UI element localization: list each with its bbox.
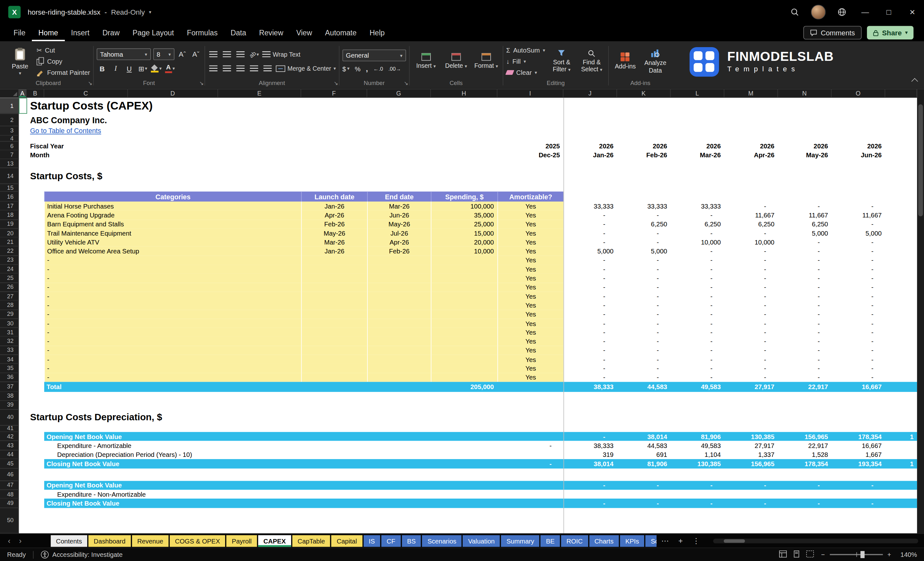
item-month-value[interactable]: - xyxy=(832,247,885,256)
accounting-format-button[interactable]: $▾ xyxy=(342,65,349,72)
dep-month-value[interactable]: 691 xyxy=(617,450,670,459)
column-header-f[interactable]: F xyxy=(301,89,367,98)
item-month-value[interactable]: 11,667 xyxy=(778,210,831,219)
item-category[interactable]: - xyxy=(44,265,301,273)
item-month-value[interactable]: - xyxy=(670,292,724,300)
item-month-value[interactable]: - xyxy=(617,265,670,273)
dep-month-value[interactable]: - xyxy=(564,481,617,490)
item-month-value[interactable]: - xyxy=(670,265,724,273)
zoom-slider[interactable] xyxy=(830,554,883,555)
item-month-value[interactable]: - xyxy=(564,237,617,246)
sheet-tab-be[interactable]: BE xyxy=(541,535,560,547)
close-button[interactable]: × xyxy=(900,0,924,24)
row-header-15[interactable]: 15 xyxy=(0,184,19,192)
item-category[interactable]: - xyxy=(44,274,301,283)
item-category[interactable]: - xyxy=(44,283,301,292)
borders-button[interactable]: ⊞▾ xyxy=(137,63,148,74)
item-month-value[interactable]: - xyxy=(832,373,885,382)
item-month-value[interactable]: 6,250 xyxy=(617,220,670,229)
total-month-value[interactable]: 16,667 xyxy=(832,382,885,392)
item-amortizable[interactable]: Yes xyxy=(497,355,563,364)
dep-month-value[interactable]: 22,917 xyxy=(778,441,831,450)
dep-row-label[interactable]: Expenditure - Amortizable xyxy=(57,441,301,450)
item-launch-date[interactable] xyxy=(301,328,367,336)
item-launch-date[interactable] xyxy=(301,283,367,292)
item-month-value[interactable]: - xyxy=(778,310,831,319)
dep-partial-value[interactable]: 1 xyxy=(910,459,917,468)
item-month-value[interactable]: - xyxy=(832,283,885,292)
item-month-value[interactable]: 5,000 xyxy=(617,247,670,256)
dep-month-value[interactable]: 16,667 xyxy=(832,441,885,450)
item-month-value[interactable]: - xyxy=(724,201,778,210)
row-header-32[interactable]: 32 xyxy=(0,337,19,346)
item-month-value[interactable]: - xyxy=(832,337,885,346)
normal-view-button[interactable] xyxy=(779,550,787,559)
dep-month-value[interactable]: - xyxy=(670,481,724,490)
row-header-14[interactable]: 14 xyxy=(0,168,19,184)
item-spending[interactable] xyxy=(431,265,497,273)
tab-overflow-button[interactable]: ⋯ xyxy=(657,536,674,545)
paste-button[interactable]: Paste ▾ xyxy=(6,44,33,78)
sheet-grid[interactable]: 1Startup Costs (CAPEX)2ABC Company Inc.3… xyxy=(0,98,917,533)
align-left-button[interactable] xyxy=(208,63,219,74)
dep-partial-value[interactable]: 1 xyxy=(910,432,917,441)
header-spending[interactable]: Spending, $ xyxy=(431,192,497,201)
dep-month-value[interactable]: 1,104 xyxy=(670,450,724,459)
autosum-button[interactable]: ΣAutoSum▾ xyxy=(506,45,545,55)
item-spending[interactable] xyxy=(431,328,497,336)
increase-decimal-button[interactable]: ←.0 xyxy=(373,66,383,72)
menu-file[interactable]: File xyxy=(7,24,32,41)
sheet-tab-cf[interactable]: CF xyxy=(381,535,400,547)
item-month-value[interactable]: - xyxy=(564,265,617,273)
item-month-value[interactable]: - xyxy=(832,237,885,246)
column-header-m[interactable]: M xyxy=(724,89,778,98)
delete-cells-button[interactable]: Delete ▾ xyxy=(442,53,470,69)
item-month-value[interactable]: - xyxy=(724,292,778,300)
item-launch-date[interactable] xyxy=(301,301,367,310)
item-end-date[interactable] xyxy=(367,346,431,355)
item-month-value[interactable]: - xyxy=(778,256,831,265)
header-amortizable[interactable]: Amortizable? xyxy=(497,192,563,201)
align-bottom-button[interactable] xyxy=(235,49,246,60)
column-header-e[interactable]: E xyxy=(218,89,301,98)
item-spending[interactable] xyxy=(431,373,497,382)
next-sheet-button[interactable]: › xyxy=(15,536,26,545)
dep-month-value[interactable]: - xyxy=(832,481,885,490)
item-month-value[interactable]: - xyxy=(564,346,617,355)
total-month-value[interactable]: 49,583 xyxy=(670,382,724,392)
row-header-21[interactable]: 21 xyxy=(0,237,19,246)
column-header-g[interactable]: G xyxy=(367,89,431,98)
month-value[interactable]: Jan-26 xyxy=(564,150,617,159)
dep-month-value[interactable]: - xyxy=(724,481,778,490)
horizontal-scrollbar-thumb[interactable] xyxy=(724,539,745,543)
item-month-value[interactable]: - xyxy=(670,256,724,265)
item-spending[interactable] xyxy=(431,283,497,292)
item-category[interactable]: - xyxy=(44,364,301,373)
month-value[interactable]: Mar-26 xyxy=(670,150,724,159)
fiscal-year-value[interactable]: 2026 xyxy=(564,141,617,150)
item-month-value[interactable]: - xyxy=(670,310,724,319)
item-month-value[interactable]: - xyxy=(564,319,617,328)
item-launch-date[interactable] xyxy=(301,337,367,346)
total-spending[interactable]: 205,000 xyxy=(431,382,497,392)
bold-button[interactable]: B xyxy=(96,63,108,74)
comma-style-button[interactable]: , xyxy=(366,64,368,73)
maximize-button[interactable]: □ xyxy=(877,0,900,24)
item-month-value[interactable]: - xyxy=(778,301,831,310)
item-spending[interactable] xyxy=(431,337,497,346)
item-launch-date[interactable] xyxy=(301,310,367,319)
item-spending[interactable] xyxy=(431,364,497,373)
vertical-scrollbar-thumb[interactable] xyxy=(918,104,923,216)
column-header-k[interactable]: K xyxy=(617,89,670,98)
decrease-decimal-button[interactable]: .00→ xyxy=(388,66,401,72)
item-month-value[interactable]: - xyxy=(617,274,670,283)
dep-month-value[interactable]: - xyxy=(778,499,831,508)
item-month-value[interactable]: - xyxy=(617,337,670,346)
item-spending[interactable] xyxy=(431,310,497,319)
item-month-value[interactable]: - xyxy=(564,220,617,229)
sheet-tab-capex[interactable]: CAPEX xyxy=(258,535,291,547)
item-category[interactable]: Office and Welcome Area Setup xyxy=(44,247,301,256)
increase-indent-button[interactable] xyxy=(262,63,273,74)
item-month-value[interactable]: - xyxy=(670,283,724,292)
item-month-value[interactable]: 33,333 xyxy=(670,201,724,210)
